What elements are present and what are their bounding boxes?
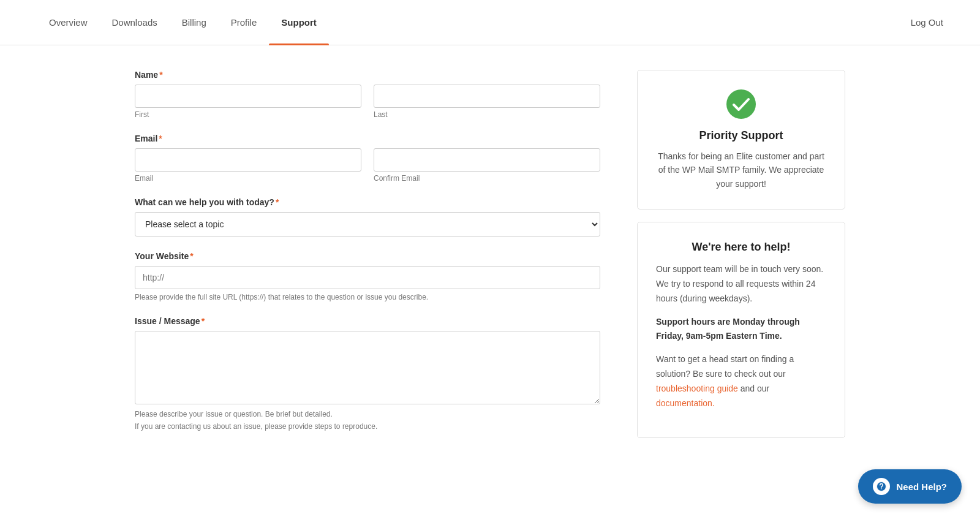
priority-support-text: Thanks for being an Elite customer and p… xyxy=(656,149,826,191)
help-card: We're here to help! Our support team wil… xyxy=(637,222,845,438)
email-fields: Email Confirm Email xyxy=(135,148,600,183)
nav-profile[interactable]: Profile xyxy=(219,0,270,45)
name-last-group: Last xyxy=(374,85,600,119)
message-required-star: * xyxy=(202,316,205,326)
confirm-email-field-group: Confirm Email xyxy=(374,148,600,183)
nav-billing[interactable]: Billing xyxy=(170,0,219,45)
name-last-input[interactable] xyxy=(374,85,600,108)
help-text1: Our support team will be in touch very s… xyxy=(656,262,826,306)
nav-support[interactable]: Support xyxy=(269,0,329,45)
nav-links: Overview Downloads Billing Profile Suppo… xyxy=(37,0,329,45)
name-first-sublabel: First xyxy=(135,110,361,119)
website-hint: Please provide the full site URL (https:… xyxy=(135,293,600,301)
topic-label: What can we help you with today?* xyxy=(135,197,600,207)
help-text3: Want to get a head start on finding a so… xyxy=(656,352,826,410)
check-icon xyxy=(726,89,756,119)
website-label: Your Website* xyxy=(135,251,600,261)
website-required-star: * xyxy=(190,251,193,261)
topic-select[interactable]: Please select a topic Pre-sale question … xyxy=(135,212,600,236)
sidebar: Priority Support Thanks for being an Eli… xyxy=(637,70,845,438)
message-hint-line1: Please describe your issue or question. … xyxy=(135,410,600,418)
navigation: Overview Downloads Billing Profile Suppo… xyxy=(0,0,980,45)
name-required-star: * xyxy=(159,70,162,80)
support-form: Name* First Last Email* Em xyxy=(135,70,600,441)
name-last-sublabel: Last xyxy=(374,110,600,119)
troubleshooting-guide-link[interactable]: troubleshooting guide xyxy=(656,384,738,393)
nav-downloads[interactable]: Downloads xyxy=(100,0,170,45)
nav-overview[interactable]: Overview xyxy=(37,0,100,45)
priority-support-title: Priority Support xyxy=(656,129,826,142)
logout-button[interactable]: Log Out xyxy=(911,17,943,28)
website-input[interactable] xyxy=(135,266,600,289)
help-text3-pre: Want to get a head start on finding a so… xyxy=(656,354,794,379)
name-first-input[interactable] xyxy=(135,85,361,108)
confirm-email-sublabel: Confirm Email xyxy=(374,174,600,183)
message-hint-line2: If you are contacting us about an issue,… xyxy=(135,422,600,431)
name-first-group: First xyxy=(135,85,361,119)
email-field-group: Email xyxy=(135,148,361,183)
documentation-link[interactable]: documentation. xyxy=(656,398,715,408)
help-text2: Support hours are Monday through Friday,… xyxy=(656,315,826,344)
email-label: Email* xyxy=(135,134,600,143)
svg-point-0 xyxy=(726,89,756,119)
email-required-star: * xyxy=(159,134,162,143)
priority-support-card: Priority Support Thanks for being an Eli… xyxy=(637,70,845,210)
main-container: Name* First Last Email* Em xyxy=(98,70,882,441)
message-textarea[interactable] xyxy=(135,331,600,404)
message-label: Issue / Message* xyxy=(135,316,600,326)
help-title: We're here to help! xyxy=(656,241,826,254)
help-text2-bold: Support hours are Monday through Friday,… xyxy=(656,317,800,341)
help-text3-mid: and our xyxy=(738,384,769,393)
email-input[interactable] xyxy=(135,148,361,172)
topic-required-star: * xyxy=(276,197,279,207)
name-fields: First Last xyxy=(135,85,600,119)
name-label: Name* xyxy=(135,70,600,80)
email-sublabel: Email xyxy=(135,174,361,183)
confirm-email-input[interactable] xyxy=(374,148,600,172)
